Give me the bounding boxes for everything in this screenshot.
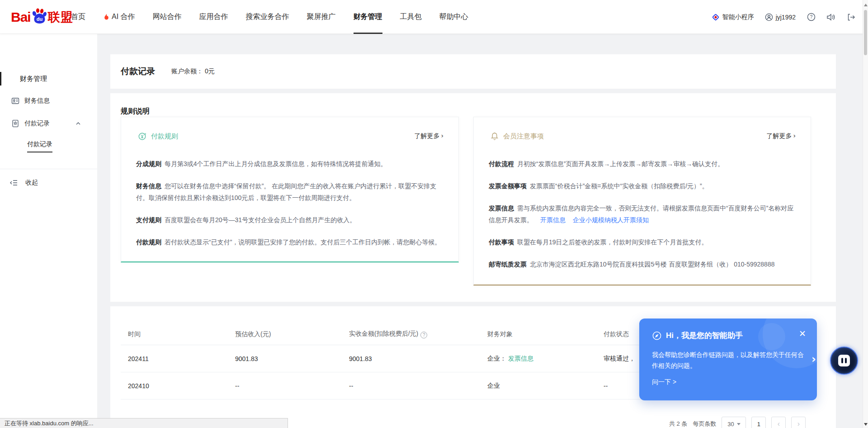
ask-now-link[interactable]: 问一下 >: [652, 378, 676, 386]
cell-estimated: --: [235, 382, 349, 390]
assistant-expand-arrow-icon[interactable]: ›: [811, 353, 816, 366]
page-header-card: 付款记录 账户余额：0元: [110, 54, 836, 89]
assistant-popup: Hi，我是您的智能助手 ✕ 我会帮助您诊断合作链路问题，以及解答您关于任何合作相…: [639, 319, 817, 400]
top-navigation: Bai du 联盟 首页 AI 合作 网站合作 应用合作 搜索业务合作 聚屏推广…: [0, 0, 868, 34]
rule-paragraph: 财务信息您可以在财务信息中选择“保留付款”。 在此期间您产生的收入将在账户内进行…: [136, 180, 447, 204]
nav-item-screen-promo[interactable]: 聚屏推广: [307, 0, 336, 34]
nav-item-app[interactable]: 应用合作: [199, 0, 228, 34]
baidu-union-logo[interactable]: Bai du 联盟: [11, 0, 73, 34]
nav-item-website[interactable]: 网站合作: [153, 0, 182, 34]
nav-item-help-center[interactable]: 帮助中心: [439, 0, 468, 34]
user-icon: [765, 13, 773, 21]
nav-item-toolkit[interactable]: 工具包: [400, 0, 422, 34]
flame-icon: [103, 14, 109, 21]
cell-time: 202410: [128, 382, 235, 390]
assistant-message: 我会帮助您诊断合作链路问题，以及解答您关于任何合作相关的问题。: [652, 349, 804, 371]
svg-text:du: du: [36, 16, 42, 22]
chevron-up-icon: [75, 120, 81, 127]
payment-rules-more-link[interactable]: 了解更多›: [414, 132, 443, 140]
rules-section-title: 规则说明: [121, 107, 150, 116]
col-estimated: 预估收入(元): [235, 330, 349, 338]
help-icon[interactable]: ?: [807, 13, 816, 22]
cell-received: 9001.83: [349, 355, 487, 362]
invoice-info-link[interactable]: 开票信息: [540, 216, 566, 224]
finance-info-icon: [11, 97, 19, 105]
sidebar-subitem-payment-record[interactable]: 付款记录: [27, 139, 52, 153]
pagination: 共 2 条 每页条数 30 1 ‹ ›: [669, 416, 806, 428]
logout-icon[interactable]: [846, 13, 855, 22]
sidebar-item-finance-info[interactable]: 财务信息: [0, 94, 97, 108]
small-taxpayer-guide-link[interactable]: 企业小规模纳税人开票须知: [573, 216, 649, 224]
nav-item-search-business[interactable]: 搜索业务合作: [246, 0, 289, 34]
collapse-icon: [9, 179, 18, 186]
per-page-select[interactable]: 30: [722, 417, 746, 428]
svg-text:?: ?: [810, 14, 812, 19]
cell-received: --: [349, 382, 487, 390]
cell-entity: 企业: [487, 382, 604, 390]
chevron-left-icon: ‹: [778, 420, 780, 428]
compass-icon: [652, 331, 662, 341]
cell-entity: 企业：发票信息: [487, 355, 604, 363]
assistant-avatar-button[interactable]: [830, 347, 858, 375]
sidebar-divider: [0, 169, 97, 169]
payment-rules-header: 付款规则: [137, 132, 178, 141]
member-notice-card: 会员注意事项 了解更多› 付款流程月初按“发票信息”页面开具发票→上传发票→邮寄…: [473, 117, 811, 285]
browser-status-bar: 正在等待 xlab.baidu.com 的响应...: [0, 418, 288, 428]
logo-text-bai: Bai: [11, 10, 31, 25]
scroll-up-arrow-icon[interactable]: [864, 4, 868, 6]
rule-paragraph: 发票信息需与系统内发票信息内容完全一致，否则无法支付。请根据发票信息页面中“百度…: [489, 202, 800, 226]
rule-paragraph: 付款规则若付款状态显示“已支付”，说明联盟已安排了您的付款。支付后三个工作日内到…: [136, 236, 447, 248]
col-entity: 财务对象: [487, 330, 604, 338]
rule-paragraph: 付款流程月初按“发票信息”页面开具发票→上传发票→邮寄发票→审核→确认支付。: [489, 158, 800, 170]
vertical-scrollbar[interactable]: [863, 0, 868, 428]
bell-icon: [490, 132, 499, 141]
rule-paragraph: 支付规则百度联盟会在每月20号—31号支付企业会员上个自然月产生的收入。: [136, 214, 447, 226]
invoice-info-table-link[interactable]: 发票信息: [508, 355, 533, 362]
col-received: 实收金额(扣除税费后/元)?: [349, 330, 487, 338]
rule-paragraph: 邮寄纸质发票北京市海淀区西北旺东路10号院百度科技园5号楼 百度联盟财务组（收）…: [489, 258, 800, 270]
logo-text-union: 联盟: [48, 9, 73, 25]
assistant-header: Hi，我是您的智能助手: [652, 330, 743, 341]
baidu-paw-icon: du: [31, 7, 47, 24]
rule-paragraph: 发票金额事项发票票面“价税合计”金额=系统中“实收金额（扣除税费后/元）”。: [489, 180, 800, 192]
sidebar-section-title: 财务管理: [0, 72, 97, 86]
payment-record-icon: [11, 119, 19, 128]
nav-right-tools: 智能小程序 jyj1992 ?: [712, 0, 855, 34]
rule-paragraph: 分成规则每月第3或4个工作日产出上月分成信息及发票信息，如有特殊情况将提前通知。: [136, 158, 447, 170]
coin-yuan-icon: [137, 132, 147, 141]
member-notice-more-link[interactable]: 了解更多›: [766, 132, 796, 140]
chevron-right-icon: ›: [797, 420, 800, 428]
sidebar: 财务管理 财务信息 付款记录 付款记录: [0, 34, 97, 428]
cell-estimated: 9001.83: [235, 355, 349, 362]
caret-down-icon: [737, 423, 741, 425]
sidebar-item-payment-record[interactable]: 付款记录: [0, 117, 97, 130]
user-account[interactable]: jyj1992: [765, 13, 796, 21]
sidebar-collapse-button[interactable]: 收起: [0, 176, 97, 190]
chevron-right-icon: ›: [441, 132, 443, 139]
pause-bot-icon: [838, 355, 850, 366]
chevron-right-icon: ›: [793, 132, 796, 139]
nav-item-ai-cooperation[interactable]: AI 合作: [103, 0, 135, 34]
col-time: 时间: [128, 330, 235, 338]
rule-paragraph: 付款事项联盟在每月19日之后签收的发票，付款时间安排在下个月首批支付。: [489, 236, 800, 248]
payment-rules-card: 付款规则 了解更多› 分成规则每月第3或4个工作日产出上月分成信息及发票信息，如…: [121, 117, 459, 262]
main-menu: 首页 AI 合作 网站合作 应用合作 搜索业务合作 聚屏推广 财务管理 工具包 …: [71, 0, 468, 34]
scroll-down-arrow-icon[interactable]: [864, 423, 868, 426]
assistant-title: Hi，我是您的智能助手: [666, 330, 743, 341]
nav-item-home[interactable]: 首页: [71, 0, 85, 34]
miniprogram-entry[interactable]: 智能小程序: [712, 13, 754, 21]
page-title: 付款记录: [121, 66, 155, 77]
close-icon[interactable]: ✕: [799, 328, 806, 339]
total-count: 共 2 条: [669, 420, 687, 428]
next-page-button[interactable]: ›: [791, 417, 806, 428]
rules-section: 规则说明 付款规则 了解更多› 分成规则每月第3或4个工作日产出上月分成信息及发…: [110, 93, 836, 302]
speaker-icon[interactable]: [826, 13, 835, 22]
prev-page-button[interactable]: ‹: [771, 417, 786, 428]
balance-value: 0元: [205, 67, 215, 75]
question-circle-icon[interactable]: ?: [420, 332, 427, 338]
miniprogram-diamond-icon: [712, 13, 720, 21]
page-number-button[interactable]: 1: [751, 417, 766, 428]
nav-item-finance[interactable]: 财务管理: [354, 0, 382, 34]
account-balance: 账户余额：0元: [171, 67, 215, 76]
scrollbar-thumb[interactable]: [864, 10, 867, 55]
